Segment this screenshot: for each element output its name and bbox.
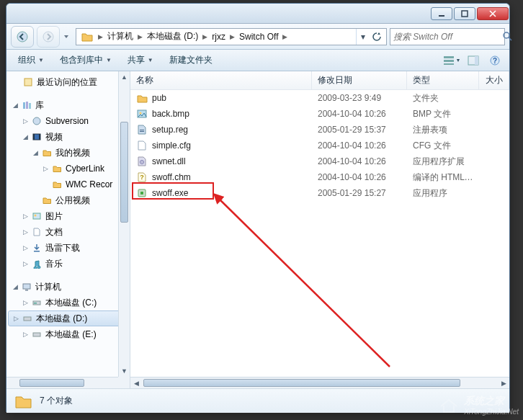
svg-point-4 (504, 32, 509, 38)
file-date: 2005-01-29 15:27 (312, 188, 407, 198)
sidebar-hscrollbar[interactable] (6, 377, 118, 388)
svg-point-16 (33, 117, 40, 125)
help-button[interactable]: ? (485, 52, 505, 69)
address-bar[interactable]: ▶ 计算机 ▶ 本地磁盘 (D:) ▶ rjxz ▶ Switch Off ▶ … (76, 28, 387, 45)
tree-wmc[interactable]: WMC Recor (6, 177, 130, 192)
organize-button[interactable]: 组织▼ (11, 52, 51, 69)
tree-pictures[interactable]: ▷图片 (6, 208, 130, 224)
tree-cyberlink-label: CyberLink (66, 164, 104, 174)
svg-rect-7 (444, 63, 454, 65)
video-icon (31, 131, 43, 143)
chevron-right-icon[interactable]: ▶ (228, 33, 236, 40)
breadcrumb-drive-d[interactable]: 本地磁盘 (D:) (144, 30, 201, 43)
watermark-text: 系统之家 (464, 395, 519, 408)
svg-rect-28 (33, 333, 40, 336)
scroll-thumb[interactable] (143, 379, 460, 387)
scroll-up-icon[interactable]: ▲ (119, 71, 130, 83)
scroll-left-icon[interactable]: ◀ (130, 377, 142, 388)
collapse-icon[interactable]: ◢ (21, 133, 30, 141)
svg-rect-1 (462, 11, 468, 17)
chevron-right-icon[interactable]: ▶ (281, 33, 289, 40)
refresh-button[interactable] (369, 29, 385, 45)
tree-drive-d[interactable]: ▷本地磁盘 (D:) (8, 310, 128, 326)
file-type: CFG 文件 (407, 140, 479, 152)
nav-history-dropdown[interactable] (63, 30, 73, 43)
column-name-label: 名称 (136, 74, 153, 86)
minimize-button[interactable] (431, 7, 452, 20)
folder-icon (14, 392, 32, 411)
forward-button[interactable] (37, 26, 60, 48)
tree-drive-e[interactable]: ▷本地磁盘 (E:) (6, 326, 130, 342)
file-name: swnet.dll (152, 156, 186, 166)
tree-libraries[interactable]: ◢ 库 (6, 97, 130, 113)
new-folder-button[interactable]: 新建文件夹 (162, 52, 220, 69)
file-icon (136, 140, 148, 151)
tree-computer[interactable]: ◢计算机 (6, 279, 130, 295)
maximize-button[interactable] (454, 7, 475, 20)
sidebar-vscrollbar[interactable]: ▲ ▼ (118, 71, 130, 388)
file-list-area: 名称 修改日期 类型 大小 pub2009-03-23 9:49文件夹back.… (130, 71, 509, 388)
file-name: back.bmp (152, 109, 189, 119)
collapse-icon[interactable]: ◢ (31, 148, 40, 157)
tree-subversion[interactable]: ▷Subversion (6, 113, 130, 129)
scroll-thumb[interactable] (19, 379, 84, 387)
tree-pictures-label: 图片 (45, 210, 63, 223)
file-row[interactable]: ?swoff.chm2004-10-04 10:26编译的 HTML 帮... (130, 169, 509, 185)
column-date[interactable]: 修改日期 (312, 71, 407, 89)
file-row[interactable]: swnet.dll2004-10-04 10:26应用程序扩展 (130, 153, 509, 169)
svg-rect-5 (444, 56, 454, 58)
breadcrumb-rjxz[interactable]: rjxz (209, 32, 228, 42)
breadcrumb-computer[interactable]: 计算机 (104, 30, 136, 43)
folder-icon (81, 30, 94, 43)
tree-recent[interactable]: 最近访问的位置 (6, 74, 130, 90)
status-bar: 7 个对象 (6, 388, 509, 413)
close-button[interactable] (477, 7, 509, 20)
preview-pane-button[interactable] (463, 52, 483, 69)
navigation-pane: 最近访问的位置 ◢ 库 ▷Subversion ◢视频 ◢我的视频 ▷Cyber… (6, 71, 130, 388)
search-input[interactable] (393, 32, 502, 42)
collapse-icon[interactable]: ◢ (11, 101, 19, 110)
file-row[interactable]: pub2009-03-23 9:49文件夹 (130, 90, 509, 106)
scroll-right-icon[interactable]: ▶ (498, 377, 509, 388)
recent-icon (22, 76, 34, 88)
tree-video[interactable]: ◢视频 (6, 129, 130, 145)
tree-music[interactable]: ▷音乐 (6, 256, 130, 272)
tree-drive-c[interactable]: ▷本地磁盘 (C:) (6, 295, 130, 310)
address-dropdown[interactable]: ▾ (356, 29, 369, 45)
tree-documents[interactable]: ▷文档 (6, 224, 130, 240)
file-row[interactable]: swoff.exe2005-01-29 15:27应用程序 (130, 185, 509, 201)
column-type[interactable]: 类型 (407, 71, 479, 89)
organize-label: 组织 (18, 54, 35, 66)
file-row[interactable]: setup.reg2005-01-29 15:37注册表项 (130, 122, 509, 138)
chevron-right-icon[interactable]: ▶ (136, 33, 144, 40)
back-button[interactable] (11, 26, 34, 48)
svg-rect-14 (26, 102, 28, 109)
scroll-down-icon[interactable]: ▼ (119, 365, 130, 377)
share-button[interactable]: 共享▼ (120, 52, 161, 69)
collapse-icon[interactable]: ◢ (11, 282, 19, 291)
tree-cyberlink[interactable]: ▷CyberLink (6, 161, 130, 177)
column-size-label: 大小 (486, 74, 503, 86)
svg-point-21 (35, 215, 37, 217)
tree-recent-label: 最近访问的位置 (37, 76, 97, 89)
column-name[interactable]: 名称 (130, 71, 312, 89)
content-hscrollbar[interactable]: ◀ ▶ (130, 377, 509, 388)
svg-point-34 (141, 161, 143, 163)
file-row[interactable]: back.bmp2004-10-04 10:26BMP 文件 (130, 106, 509, 122)
breadcrumb-switchoff[interactable]: Switch Off (236, 32, 281, 42)
include-in-library-button[interactable]: 包含到库中▼ (53, 52, 119, 69)
tree-xunlei[interactable]: ▷迅雷下载 (6, 240, 130, 256)
tree-myvideo[interactable]: ◢我的视频 (6, 145, 130, 161)
svg-rect-27 (24, 317, 31, 321)
scroll-thumb[interactable] (120, 122, 128, 223)
dll-icon (136, 156, 148, 167)
tree-publicvideo[interactable]: 公用视频 (6, 192, 130, 208)
file-name: pub (152, 93, 166, 103)
column-date-label: 修改日期 (318, 74, 352, 86)
search-box[interactable] (390, 28, 505, 45)
column-size[interactable]: 大小 (479, 71, 509, 89)
chevron-right-icon[interactable]: ▶ (201, 33, 209, 40)
chevron-right-icon[interactable]: ▶ (97, 33, 104, 40)
file-row[interactable]: simple.cfg2004-10-04 10:26CFG 文件 (130, 138, 509, 153)
view-mode-button[interactable]: ▼ (442, 52, 462, 69)
